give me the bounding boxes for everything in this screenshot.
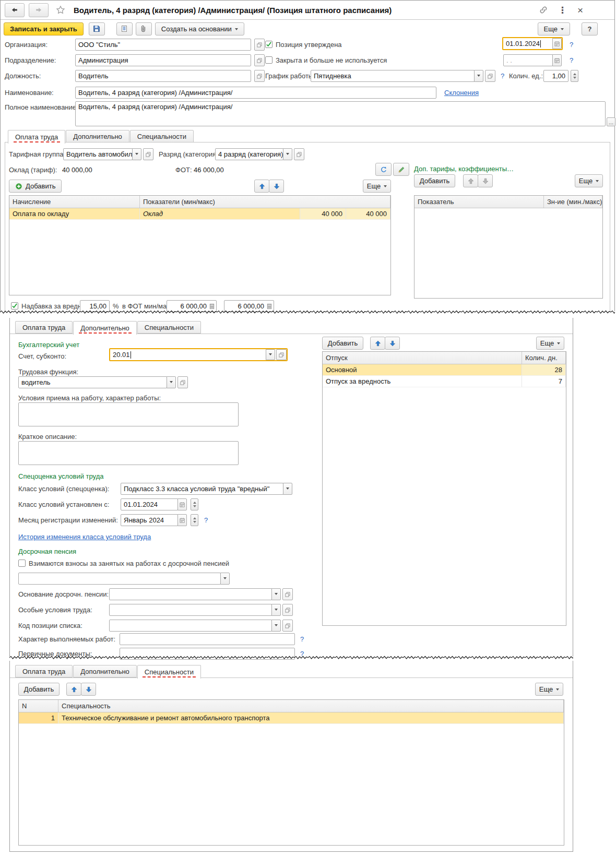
- special-conditions-value[interactable]: [109, 604, 272, 616]
- reg-month-stepper[interactable]: [191, 514, 198, 526]
- col-indicator[interactable]: Показатель: [414, 196, 544, 208]
- position-field[interactable]: Водитель: [75, 70, 251, 82]
- tab-additional[interactable]: Дополнительно: [73, 321, 137, 335]
- reg-month-calendar-button[interactable]: [177, 514, 187, 526]
- favorite-star-icon[interactable]: [56, 5, 65, 15]
- special-conditions-field[interactable]: [109, 604, 293, 616]
- specialty-move-up-button[interactable]: [66, 683, 81, 696]
- attachments-button[interactable]: [136, 22, 152, 35]
- pension-basis-field[interactable]: [109, 588, 293, 600]
- save-button[interactable]: [89, 22, 105, 35]
- recalculate-button[interactable]: [375, 163, 392, 176]
- calculator-icon[interactable]: [209, 303, 215, 310]
- fot-min-field[interactable]: 6 000,00: [167, 300, 217, 312]
- reg-month-value[interactable]: Январь 2024: [121, 514, 178, 526]
- accrual-move-down-button[interactable]: [269, 180, 284, 193]
- qty-stepper[interactable]: [571, 70, 578, 82]
- tab-specialties[interactable]: Специальности: [137, 321, 201, 334]
- list-position-code-field[interactable]: [109, 620, 293, 632]
- pension-kind-dropdown-button[interactable]: [220, 573, 230, 585]
- schedule-open-button[interactable]: [485, 70, 495, 82]
- org-field[interactable]: ООО "Стиль": [75, 39, 251, 51]
- col-n[interactable]: N: [19, 700, 58, 712]
- class-history-link[interactable]: История изменения класса условий труда: [18, 533, 151, 541]
- pension-kind-field[interactable]: [18, 573, 230, 585]
- close-icon[interactable]: ×: [577, 5, 583, 15]
- vacation-move-down-button[interactable]: [385, 337, 400, 350]
- tab-pay[interactable]: Оплата труда: [8, 130, 65, 144]
- schedule-value[interactable]: Пятидневка: [311, 70, 475, 82]
- grade-open-button[interactable]: [294, 148, 304, 160]
- save-close-button[interactable]: Записать и закрыть: [4, 22, 84, 35]
- full-name-expand-button[interactable]: ...: [607, 117, 615, 126]
- menu-dots-icon[interactable]: ⋮: [558, 6, 567, 15]
- fot-max-field[interactable]: 6 000,00: [224, 300, 274, 312]
- job-function-field[interactable]: водитель: [18, 376, 188, 388]
- tab-specialties[interactable]: Специальности: [137, 665, 201, 679]
- related-documents-button[interactable]: [116, 22, 133, 35]
- reg-month-field[interactable]: Январь 2024: [121, 514, 187, 526]
- list-position-code-value[interactable]: [109, 620, 272, 632]
- closed-checkbox[interactable]: [265, 56, 273, 64]
- col-vacation[interactable]: Отпуск: [323, 352, 522, 364]
- col-days[interactable]: Колич. дн.: [522, 352, 566, 364]
- schedule-field[interactable]: Пятидневка: [311, 70, 495, 82]
- accrual-more-button[interactable]: Еще: [363, 180, 391, 193]
- table-row[interactable]: Оплата по окладу Оклад 40 000 40 000: [9, 208, 390, 220]
- account-dropdown-button[interactable]: [266, 349, 275, 360]
- closed-date-value[interactable]: . .: [503, 54, 553, 66]
- account-open-button[interactable]: [276, 349, 287, 360]
- grade-dropdown-button[interactable]: [283, 148, 292, 160]
- help-button[interactable]: ?: [582, 22, 598, 35]
- class-since-value[interactable]: 01.01.2024: [121, 498, 178, 510]
- hazard-percent-field[interactable]: 15,00: [80, 300, 110, 312]
- class-field[interactable]: Подкласс 3.3 класса условий труда "вредн…: [121, 483, 292, 495]
- dept-open-button[interactable]: [254, 54, 265, 66]
- reg-month-help-icon[interactable]: ?: [204, 516, 208, 524]
- job-function-open-button[interactable]: [177, 376, 188, 388]
- pension-checkbox[interactable]: [18, 560, 26, 567]
- class-dropdown-button[interactable]: [283, 483, 292, 495]
- account-value[interactable]: 20.01: [110, 349, 266, 360]
- extra-tariffs-title[interactable]: Доп. тарифы, коэффициенты…: [414, 165, 514, 173]
- col-name[interactable]: Специальность: [58, 700, 564, 712]
- extra-move-up-button[interactable]: [463, 174, 478, 187]
- tab-pay[interactable]: Оплата труда: [15, 665, 73, 677]
- closed-calendar-button[interactable]: [552, 54, 562, 66]
- approved-date-field[interactable]: 01.01.2024: [502, 37, 563, 50]
- employment-terms-textarea[interactable]: [18, 402, 239, 426]
- qty-field[interactable]: 1,00: [543, 70, 568, 82]
- grade-value[interactable]: 4 разряд (категория): [215, 148, 283, 160]
- position-open-button[interactable]: [254, 70, 265, 82]
- vacation-move-up-button[interactable]: [370, 337, 385, 350]
- accruals-table[interactable]: Начисление Показатели (мин/макс) Оплата …: [9, 195, 391, 295]
- specialty-move-down-button[interactable]: [81, 683, 96, 696]
- schedule-dropdown-button[interactable]: [474, 70, 483, 82]
- class-since-stepper[interactable]: [191, 498, 198, 510]
- vacations-table[interactable]: Отпуск Колич. дн. Основной 28 Отпуск за …: [322, 351, 566, 626]
- accrual-move-up-button[interactable]: [254, 180, 269, 193]
- declensions-link[interactable]: Склонения: [444, 89, 479, 97]
- full-name-textarea[interactable]: Водитель, 4 разряд (категория) /Админист…: [75, 101, 606, 126]
- tariff-group-dropdown-button[interactable]: [132, 148, 141, 160]
- class-value[interactable]: Подкласс 3.3 класса условий труда "вредн…: [121, 483, 283, 495]
- table-row[interactable]: Отпуск за вредность 7: [323, 376, 566, 387]
- form-more-button[interactable]: Еще: [538, 22, 570, 35]
- org-open-button[interactable]: [254, 39, 265, 51]
- col-accrual[interactable]: Начисление: [9, 196, 140, 208]
- specialty-add-button[interactable]: Добавить: [18, 683, 60, 696]
- pension-basis-dropdown-button[interactable]: [271, 588, 281, 600]
- special-conditions-dropdown-button[interactable]: [271, 604, 281, 616]
- class-since-field[interactable]: 01.01.2024: [121, 498, 187, 510]
- name-field[interactable]: Водитель, 4 разряд (категория) /Админист…: [75, 87, 436, 99]
- work-nature-help-icon[interactable]: ?: [300, 635, 304, 643]
- specialty-more-button[interactable]: Еще: [535, 683, 563, 696]
- primary-docs-help-icon[interactable]: ?: [300, 650, 304, 658]
- schedule-help-icon[interactable]: ?: [501, 72, 504, 80]
- pension-basis-open-button[interactable]: [282, 588, 293, 600]
- short-description-textarea[interactable]: [18, 441, 239, 465]
- get-link-icon[interactable]: [539, 6, 548, 14]
- closed-date-field[interactable]: . .: [503, 54, 562, 66]
- job-function-dropdown-button[interactable]: [167, 376, 176, 388]
- approved-help-icon[interactable]: ?: [570, 41, 573, 49]
